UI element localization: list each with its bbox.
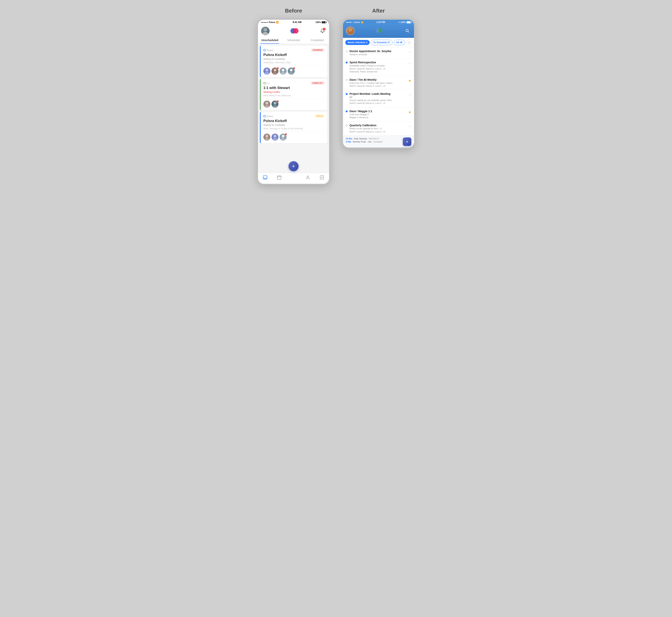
svg-point-26	[274, 135, 276, 138]
fab-add-button[interactable]: +	[289, 161, 299, 171]
item-sub2-5: Maggie F (Amazon)	[349, 116, 406, 119]
nav-chart[interactable]	[315, 175, 329, 182]
svg-point-11	[282, 69, 285, 71]
item-sub-2: Availability added. Ready to schedule. A…	[349, 64, 406, 73]
card-pulsra-kickoff-overdue[interactable]: Project OVERDUE Pulsra Kickoff Waiting f…	[260, 46, 327, 77]
filter-to-schedule[interactable]: To Schedule 27	[371, 40, 392, 45]
signal-dots: ●●●●●	[261, 21, 268, 23]
svg-point-8	[274, 69, 276, 71]
list-item-quarterly[interactable]: Quarterly Calibration What's on the agen…	[343, 122, 414, 136]
add-filter-button[interactable]: +	[406, 40, 412, 45]
carrier-after: Carrier	[354, 21, 360, 23]
star-5-filled[interactable]: ★	[408, 110, 411, 114]
category-label: Project	[267, 49, 273, 51]
card-date-1: Yesterday • Mountain View	[264, 61, 324, 66]
tab-completed[interactable]: Completed	[305, 37, 329, 44]
avatar-c	[264, 134, 270, 141]
conflict-badge: CONFLICT	[311, 81, 324, 85]
event2-time: 4:00p	[346, 141, 351, 143]
star-1[interactable]: ☆	[408, 50, 411, 54]
card-pulsra-kickoff-stale[interactable]: Project STALE Pulsra Kickoff Waiting for…	[260, 112, 327, 143]
star-2[interactable]: ☆	[408, 61, 411, 65]
avatar-1	[264, 67, 270, 74]
item-title-6: Quarterly Calibration	[349, 124, 406, 127]
avatar-3	[280, 67, 287, 74]
card-list: Project OVERDUE Pulsra Kickoff Waiting f…	[258, 44, 329, 160]
chart-icon	[320, 175, 324, 181]
after-app-header	[343, 25, 414, 38]
avatar-a	[264, 100, 270, 108]
signal-dots-after	[346, 22, 352, 23]
avatar-4: !	[288, 67, 295, 74]
filter-all[interactable]: All 49	[394, 40, 405, 45]
svg-point-3	[293, 28, 299, 34]
svg-point-20	[274, 102, 276, 105]
item-sub-4: 💬 Laura's saying we can probably cancel.…	[349, 96, 406, 105]
avatar-d	[272, 134, 279, 141]
card-subtitle-3: Waiting for Availibility	[264, 124, 324, 127]
filter-label-0: Needs Attention	[348, 41, 365, 44]
list-item-doctor[interactable]: Doctor Appointment: Dr. Smythe Ready to …	[343, 47, 414, 58]
list-item-wombat[interactable]: Project Wombat: Leads Meeting 💬 Laura's …	[343, 90, 414, 107]
carrier-name: Pulsra	[269, 21, 275, 23]
item-content-1: Doctor Appointment: Dr. Smythe Ready to …	[349, 50, 406, 56]
battery-fill	[322, 21, 325, 23]
filter-needs-attention[interactable]: Needs Attention 3	[345, 40, 370, 45]
calendar-icon	[277, 175, 281, 181]
item-sub3-2: Starbucks, Peets, domain.net	[349, 70, 406, 73]
before-tabs: Unscheduled Scheduled Completed	[258, 37, 329, 44]
avatar-2: !	[272, 67, 279, 74]
item-dot-3	[346, 79, 348, 81]
filter-count-2: 49	[400, 41, 402, 44]
event1-location: 3rd Floor C	[369, 138, 379, 140]
item-title-1: Doctor Appointment: Dr. Smythe	[349, 50, 406, 53]
nav-calendar[interactable]	[272, 175, 287, 182]
list-item-sprint[interactable]: Sprint Retrospective Availability added.…	[343, 58, 414, 76]
status-left: ●●●●● Pulsra 📶	[261, 21, 279, 24]
tab-unscheduled[interactable]: Unscheduled	[258, 37, 282, 44]
card-avatars-1: ! !	[264, 67, 324, 74]
item-dot-6	[346, 125, 348, 127]
svg-point-17	[266, 102, 268, 105]
nav-placeholder	[286, 175, 301, 182]
item-sub-5: Invite from Maggie F Maggie F (Amazon)	[349, 113, 406, 119]
svg-point-1	[263, 32, 268, 35]
star-4[interactable]: ☆	[408, 93, 411, 97]
after-fab-button[interactable]: +	[403, 138, 411, 146]
card-title-1: Pulsra Kickoff	[264, 53, 324, 57]
svg-point-5	[266, 69, 268, 71]
filter-label-1: To Schedule	[373, 41, 387, 44]
list-item-dave-maggie[interactable]: Dave / Maggie 1:1 Invite from Maggie F M…	[343, 107, 414, 122]
after-fab-label: +	[406, 139, 408, 145]
overdue-badge: OVERDUE	[311, 48, 324, 52]
nav-inbox[interactable]	[258, 175, 272, 182]
card-1on1-conflict[interactable]: 1:1 CONFLICT 1:1 with Stewart Meeting Co…	[260, 79, 327, 110]
svg-point-36	[348, 32, 353, 35]
battery-icon	[322, 21, 326, 23]
category-label-2: 1:1	[267, 82, 270, 84]
tab-scheduled[interactable]: Scheduled	[282, 37, 306, 44]
after-status-left: Carrier 📶	[346, 21, 363, 23]
star-6[interactable]: ☆	[408, 124, 411, 129]
search-button[interactable]	[404, 27, 411, 34]
notification-button[interactable]: 2	[319, 27, 326, 34]
before-app-header: 2	[258, 25, 329, 35]
item-sub2-2: Amit P, Laura M, Danny G, Lura C, +3	[349, 67, 406, 70]
filter-tabs: Needs Attention 3 To Schedule 27 All 49 …	[343, 38, 414, 47]
star-3-filled[interactable]: ★	[408, 78, 411, 83]
item-content-5: Dave / Maggie 1:1 Invite from Maggie F M…	[349, 110, 406, 119]
nav-person[interactable]	[301, 175, 315, 182]
wifi-icon: 📶	[276, 21, 279, 24]
after-app-logo	[376, 27, 383, 35]
svg-point-14	[290, 69, 293, 71]
filter-count-0: 3	[366, 41, 367, 44]
list-item-dave-tim[interactable]: Dave / Tim Bi-Weekly Invite from Tim C. …	[343, 76, 414, 90]
user-avatar[interactable]	[261, 27, 270, 35]
category-dot-3	[264, 115, 266, 118]
after-status-bar: Carrier 📶 1:20 PM ✦ 100%	[343, 20, 414, 25]
before-status-bar: ●●●●● Pulsra 📶 9:41 AM 100%	[258, 20, 329, 25]
fab-container: +	[258, 160, 329, 173]
item-sub1-4: 💬 Laura's saying we can probably cancel.…	[349, 96, 406, 102]
card-avatars-3: !	[264, 134, 324, 141]
after-user-avatar[interactable]	[346, 27, 355, 35]
